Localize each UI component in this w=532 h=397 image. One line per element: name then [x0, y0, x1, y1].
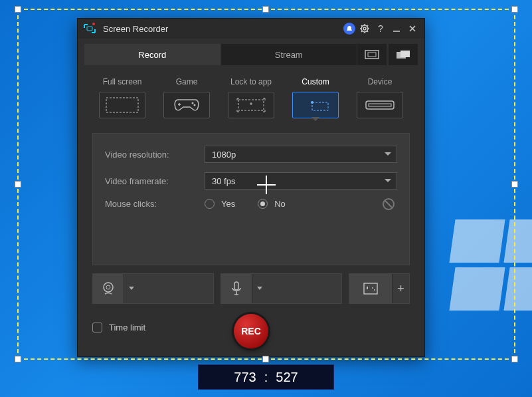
svg-point-22	[374, 289, 375, 291]
overlay-icon	[349, 274, 392, 303]
resize-handle-n[interactable]	[262, 6, 269, 13]
lock-app-icon	[228, 92, 274, 118]
no-label: No	[274, 199, 286, 209]
windows-logo	[452, 219, 532, 326]
height-value: 527	[276, 370, 298, 385]
window-title: Screen Recorder	[103, 24, 341, 34]
resize-handle-ne[interactable]	[511, 6, 518, 13]
resize-handle-w[interactable]	[15, 181, 21, 188]
titlebar[interactable]: Screen Recorder ?	[78, 19, 424, 39]
disabled-icon	[383, 198, 395, 210]
svg-point-21	[372, 287, 373, 289]
framerate-label: Video framerate:	[105, 176, 205, 186]
record-button[interactable]: REC	[234, 314, 268, 348]
tab-record[interactable]: Record	[84, 44, 221, 65]
minimize-button[interactable]	[390, 22, 403, 35]
svg-rect-9	[106, 98, 138, 112]
mode-label: Lock to app	[225, 77, 277, 86]
svg-rect-13	[312, 102, 328, 110]
microphone-icon	[221, 274, 252, 303]
svg-rect-6	[368, 53, 376, 57]
fullscreen-icon	[99, 92, 145, 118]
resize-handle-nw[interactable]	[15, 6, 21, 13]
center-crosshair-icon[interactable]	[257, 176, 276, 194]
svg-rect-19	[234, 282, 238, 290]
mode-label: Full screen	[96, 77, 148, 86]
framerate-select[interactable]: 30 fps	[205, 172, 397, 190]
mic-source-button[interactable]	[221, 273, 342, 304]
mode-fullscreen[interactable]: Full screen	[96, 77, 148, 118]
separator: :	[264, 370, 268, 385]
crop-mode-button[interactable]	[357, 44, 387, 65]
resolution-select[interactable]: 1080p	[205, 146, 397, 163]
multi-window-button[interactable]	[389, 44, 418, 65]
rec-label: REC	[241, 326, 261, 336]
resize-handle-s[interactable]	[262, 356, 269, 362]
notification-bell-icon[interactable]	[343, 23, 355, 35]
settings-gear-icon[interactable]	[358, 22, 371, 35]
screen-recorder-window: Screen Recorder ? Record Stream Full sc	[77, 18, 425, 357]
svg-point-17	[104, 283, 113, 292]
width-value: 773	[234, 370, 256, 385]
footer: Time limit REC	[78, 311, 424, 344]
mouseclicks-label: Mouse clicks:	[105, 199, 205, 209]
mic-dropdown-icon[interactable]	[252, 274, 266, 303]
mouseclicks-radio-no[interactable]	[258, 199, 268, 209]
close-button[interactable]	[406, 22, 419, 35]
source-panel: +	[78, 265, 424, 311]
timelimit-checkbox[interactable]	[92, 323, 102, 332]
overlay-source-button[interactable]: +	[349, 273, 410, 304]
capture-mode-row: Full screen Game Lock to app Custom Devi…	[78, 65, 424, 126]
svg-point-14	[311, 101, 313, 104]
mode-custom[interactable]: Custom	[290, 77, 341, 118]
help-icon[interactable]: ?	[374, 22, 387, 35]
device-icon	[357, 92, 403, 118]
svg-rect-20	[364, 283, 377, 294]
resolution-value: 1080p	[212, 150, 236, 160]
svg-rect-5	[365, 51, 379, 59]
svg-rect-16	[369, 104, 391, 106]
svg-point-18	[106, 285, 110, 289]
dimensions-readout[interactable]: 773 : 527	[198, 364, 334, 390]
mode-game[interactable]: Game	[161, 77, 213, 118]
webcam-source-button[interactable]	[92, 273, 214, 304]
webcam-dropdown-icon[interactable]	[124, 274, 138, 303]
svg-rect-8	[400, 51, 410, 57]
app-logo-icon	[83, 22, 96, 35]
resize-handle-se[interactable]	[511, 356, 518, 362]
mode-device[interactable]: Device	[354, 77, 406, 118]
mode-label: Game	[161, 77, 213, 86]
svg-rect-0	[87, 27, 92, 31]
svg-point-3	[363, 27, 366, 30]
mode-lock-to-app[interactable]: Lock to app	[225, 77, 277, 118]
gamepad-icon	[163, 92, 210, 118]
timelimit-label: Time limit	[109, 323, 145, 332]
svg-point-10	[192, 102, 194, 104]
resize-handle-e[interactable]	[511, 181, 518, 188]
resize-handle-sw[interactable]	[15, 356, 21, 362]
add-overlay-icon[interactable]: +	[392, 274, 409, 303]
mode-label: Device	[354, 77, 406, 86]
mode-label: Custom	[290, 77, 341, 86]
svg-point-11	[194, 104, 196, 106]
tab-stream[interactable]: Stream	[221, 44, 357, 65]
custom-region-icon	[292, 92, 339, 118]
webcam-icon	[93, 274, 124, 303]
settings-panel: Video resolution: 1080p Video framerate:…	[92, 133, 410, 265]
tab-bar: Record Stream	[84, 44, 418, 65]
framerate-value: 30 fps	[212, 176, 235, 186]
mouseclicks-radio-yes[interactable]	[205, 199, 215, 209]
yes-label: Yes	[221, 199, 235, 209]
resolution-label: Video resolution:	[105, 150, 205, 160]
svg-point-1	[92, 23, 95, 25]
svg-rect-15	[366, 101, 394, 109]
